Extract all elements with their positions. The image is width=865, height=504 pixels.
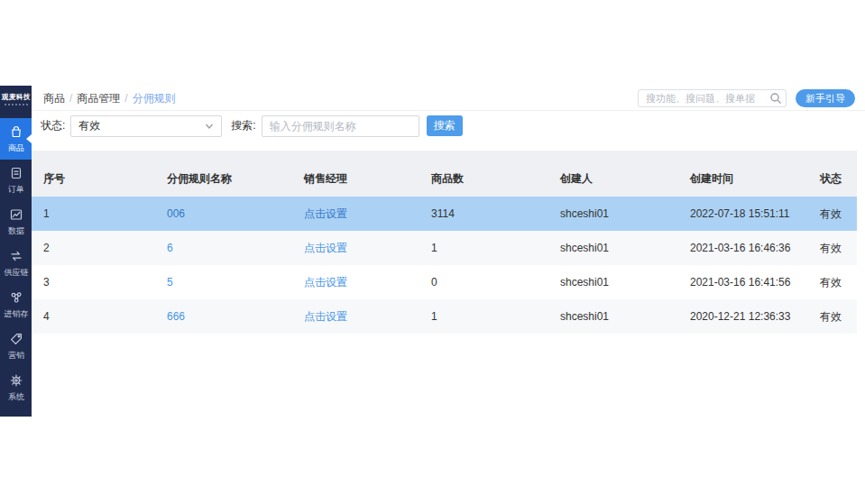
sidebar-item-label: 进销存 bbox=[4, 307, 28, 319]
cell-product-count: 0 bbox=[431, 276, 560, 289]
table-row[interactable]: 3 5 点击设置 0 shceshi01 2021-03-16 16:41:56… bbox=[32, 265, 857, 299]
cell-created-at: 2021-03-16 16:41:56 bbox=[690, 276, 820, 289]
commission-rules-table: 序号 分佣规则名称 销售经理 商品数 创建人 创建时间 状态 1 006 点击设… bbox=[32, 151, 857, 334]
table-row[interactable]: 1 006 点击设置 3114 shceshi01 2022-07-18 15:… bbox=[32, 197, 857, 231]
main-content: 商品/商品管理/分佣规则 新手引导 状态: 有效 搜索: 搜索 序号 分佣规则名… bbox=[32, 86, 865, 334]
sidebar-item-orders[interactable]: 订单 bbox=[0, 160, 32, 201]
column-header-rule-name: 分佣规则名称 bbox=[167, 171, 304, 187]
sidebar-nav: 商品 订单 数据 供应链 进销存 营销 bbox=[0, 118, 32, 408]
sales-manager-setup-link[interactable]: 点击设置 bbox=[304, 275, 431, 290]
chevron-down-icon bbox=[205, 122, 214, 131]
breadcrumb-separator: / bbox=[124, 92, 127, 105]
sidebar-item-system[interactable]: 系统 bbox=[0, 367, 32, 408]
status-badge: 有效 bbox=[820, 275, 857, 290]
breadcrumb-separator: / bbox=[69, 92, 72, 105]
table-row[interactable]: 4 666 点击设置 1 shceshi01 2020-12-21 12:36:… bbox=[32, 299, 857, 334]
cell-creator: shceshi01 bbox=[560, 276, 690, 289]
sidebar-item-label: 数据 bbox=[8, 225, 24, 236]
app-canvas: 观麦科技 商品 订单 数据 供应链 进销存 bbox=[0, 0, 865, 504]
filter-bar: 状态: 有效 搜索: 搜索 bbox=[32, 111, 865, 141]
cell-product-count: 1 bbox=[431, 310, 560, 323]
column-header-creator: 创建人 bbox=[560, 171, 690, 187]
search-button[interactable]: 搜索 bbox=[427, 115, 463, 136]
table-header-row: 序号 分佣规则名称 销售经理 商品数 创建人 创建时间 状态 bbox=[32, 151, 857, 197]
cell-index: 3 bbox=[43, 276, 167, 289]
rule-search-label: 搜索: bbox=[231, 118, 255, 133]
column-header-index: 序号 bbox=[43, 171, 167, 187]
breadcrumb: 商品/商品管理/分佣规则 bbox=[43, 86, 176, 111]
cell-creator: shceshi01 bbox=[560, 207, 690, 220]
sidebar-item-label: 商品 bbox=[8, 142, 24, 153]
breadcrumb-bar: 商品/商品管理/分佣规则 新手引导 bbox=[32, 86, 865, 111]
rule-name-link[interactable]: 5 bbox=[167, 276, 304, 289]
cell-creator: shceshi01 bbox=[560, 310, 690, 323]
rule-name-link[interactable]: 006 bbox=[167, 207, 304, 220]
cell-index: 1 bbox=[43, 207, 167, 220]
breadcrumb-item[interactable]: 商品 bbox=[43, 92, 65, 105]
cell-index: 2 bbox=[43, 242, 167, 254]
sidebar-item-inventory[interactable]: 进销存 bbox=[0, 284, 32, 325]
sidebar-item-marketing[interactable]: 营销 bbox=[0, 325, 32, 367]
cell-creator: shceshi01 bbox=[560, 242, 690, 254]
bag-icon bbox=[9, 124, 23, 139]
status-select[interactable]: 有效 bbox=[70, 115, 222, 137]
sidebar-item-label: 营销 bbox=[8, 349, 24, 361]
sales-manager-setup-link[interactable]: 点击设置 bbox=[304, 309, 431, 325]
order-icon bbox=[9, 166, 23, 180]
sidebar-item-label: 供应链 bbox=[4, 266, 28, 278]
logo-tagline bbox=[5, 104, 28, 105]
search-icon[interactable] bbox=[769, 92, 782, 105]
table-row[interactable]: 2 6 点击设置 1 shceshi01 2021-03-16 16:46:36… bbox=[32, 231, 857, 265]
sales-manager-setup-link[interactable]: 点击设置 bbox=[304, 206, 431, 222]
sidebar: 观麦科技 商品 订单 数据 供应链 进销存 bbox=[0, 86, 32, 417]
column-header-status: 状态 bbox=[820, 171, 857, 187]
sidebar-item-goods[interactable]: 商品 bbox=[0, 118, 32, 160]
newbie-guide-button[interactable]: 新手引导 bbox=[796, 89, 855, 107]
cell-created-at: 2021-03-16 16:46:36 bbox=[690, 242, 820, 254]
global-search-input[interactable] bbox=[638, 89, 787, 107]
status-badge: 有效 bbox=[820, 309, 857, 325]
sidebar-item-data[interactable]: 数据 bbox=[0, 201, 32, 243]
rule-name-link[interactable]: 6 bbox=[167, 242, 304, 254]
status-label: 状态: bbox=[41, 118, 65, 133]
sidebar-item-label: 订单 bbox=[8, 183, 24, 195]
cell-product-count: 1 bbox=[431, 242, 560, 254]
column-header-product-count: 商品数 bbox=[431, 171, 560, 187]
supply-chain-icon bbox=[9, 249, 23, 263]
logo: 观麦科技 bbox=[0, 86, 32, 111]
logo-text: 观麦科技 bbox=[1, 92, 30, 101]
cell-product-count: 3114 bbox=[431, 207, 560, 220]
rule-search-input[interactable] bbox=[262, 115, 419, 137]
cell-index: 4 bbox=[43, 310, 167, 323]
sales-manager-setup-link[interactable]: 点击设置 bbox=[304, 241, 431, 256]
rule-name-link[interactable]: 666 bbox=[167, 310, 304, 323]
breadcrumb-item-current: 分佣规则 bbox=[133, 92, 176, 105]
settings-icon bbox=[9, 373, 23, 388]
cell-created-at: 2022-07-18 15:51:11 bbox=[690, 207, 820, 220]
chart-icon bbox=[9, 207, 23, 222]
marketing-icon bbox=[9, 332, 23, 346]
status-badge: 有效 bbox=[820, 241, 857, 256]
sidebar-item-label: 系统 bbox=[8, 390, 24, 402]
status-select-value: 有效 bbox=[78, 118, 100, 133]
status-badge: 有效 bbox=[820, 206, 857, 222]
inventory-icon bbox=[9, 290, 23, 305]
cell-created-at: 2020-12-21 12:36:33 bbox=[690, 310, 820, 323]
column-header-sales-manager: 销售经理 bbox=[304, 171, 431, 187]
sidebar-item-supply-chain[interactable]: 供应链 bbox=[0, 243, 32, 284]
breadcrumb-item[interactable]: 商品管理 bbox=[77, 92, 120, 105]
global-search bbox=[638, 89, 787, 107]
column-header-created-at: 创建时间 bbox=[690, 171, 820, 187]
